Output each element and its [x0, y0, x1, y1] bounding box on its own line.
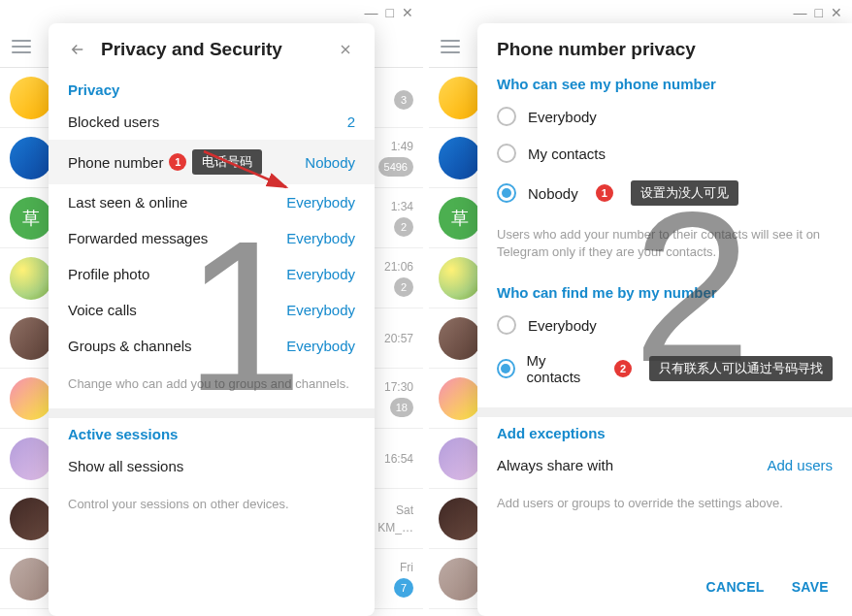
settings-sheet: Privacy and Security Privacy Blocked use… [49, 23, 375, 616]
chat-time: Fri [400, 561, 413, 574]
item-blocked-users[interactable]: Blocked users 2 [49, 104, 375, 140]
radio-icon [497, 107, 516, 126]
save-button[interactable]: SAVE [792, 579, 829, 595]
unread-badge: 5496 [378, 157, 413, 177]
privacy-hint: Change who can add you to groups and cha… [49, 364, 375, 408]
divider [477, 407, 852, 417]
chat-time: 1:49 [391, 140, 413, 153]
section-exceptions: Add exceptions [477, 417, 852, 447]
item-label: Voice calls [68, 302, 137, 318]
radio-icon [497, 315, 516, 335]
see-hint: Users who add your number to their conta… [477, 214, 852, 276]
avatar [439, 438, 481, 480]
radio-label: Everybody [528, 109, 597, 125]
chat-time: 16:54 [384, 452, 413, 466]
item-label: Blocked users [68, 113, 159, 130]
close-window-icon[interactable]: ✕ [831, 5, 842, 20]
window-controls: — □ ✕ [0, 0, 423, 25]
item-show-sessions[interactable]: Show all sessions [49, 448, 375, 484]
minimize-icon[interactable]: — [794, 5, 807, 20]
radio-find-contacts[interactable]: My contacts 2 只有联系人可以通过号码寻找 [477, 343, 852, 394]
unread-badge: 18 [390, 398, 413, 417]
sheet-title: Privacy and Security [101, 39, 322, 60]
unread-badge: 2 [394, 277, 413, 297]
item-value: Nobody [305, 154, 355, 171]
unread-badge: 7 [394, 578, 413, 598]
radio-icon [497, 144, 516, 163]
item-label: Groups & channels [68, 338, 192, 354]
avatar [10, 377, 52, 420]
close-window-icon[interactable]: ✕ [402, 5, 413, 20]
item-label: Last seen & online [68, 194, 187, 211]
item-groups-channels[interactable]: Groups & channels Everybody [49, 328, 375, 364]
cancel-button[interactable]: CANCEL [706, 579, 765, 595]
item-forwarded[interactable]: Forwarded messages Everybody [49, 220, 375, 256]
radio-my-contacts[interactable]: My contacts [477, 135, 852, 172]
close-icon[interactable] [336, 40, 355, 59]
annotation-label: 设置为没人可见 [631, 180, 738, 206]
maximize-icon[interactable]: □ [815, 5, 823, 20]
avatar [10, 317, 52, 360]
radio-label: Everybody [528, 317, 597, 334]
item-value: Everybody [286, 230, 355, 246]
chat-time: 17:30 [384, 380, 413, 394]
section-privacy: Privacy [49, 74, 375, 104]
avatar [10, 438, 52, 480]
item-value: Everybody [286, 338, 355, 354]
annotation-label: 只有联系人可以通过号码寻找 [649, 356, 833, 381]
divider [49, 408, 375, 418]
unread-badge: 2 [394, 217, 413, 237]
maximize-icon[interactable]: □ [386, 5, 394, 20]
item-profile-photo[interactable]: Profile photo Everybody [49, 256, 375, 292]
annotation-badge: 1 [169, 153, 186, 171]
avatar [439, 377, 481, 420]
avatar: 草 [439, 197, 481, 240]
chat-time: 21:06 [384, 260, 413, 274]
avatar: 草 [10, 197, 52, 240]
avatar [10, 137, 52, 179]
item-always-share[interactable]: Always share with Add users [477, 447, 852, 483]
item-label: Phone number [68, 154, 163, 171]
avatar [10, 77, 52, 119]
avatar [439, 558, 481, 600]
radio-label: My contacts [528, 146, 606, 162]
radio-find-everybody[interactable]: Everybody [477, 307, 852, 343]
menu-icon[interactable] [441, 40, 460, 53]
avatar [10, 257, 52, 300]
item-voice-calls[interactable]: Voice calls Everybody [49, 292, 375, 328]
annotation-label: 电话号码 [192, 149, 262, 175]
add-users-link[interactable]: Add users [767, 457, 833, 473]
menu-icon[interactable] [12, 40, 31, 53]
item-value: 2 [347, 113, 355, 130]
avatar [10, 558, 52, 600]
item-value: Everybody [286, 194, 355, 211]
annotation-badge: 2 [614, 360, 632, 377]
exceptions-hint: Add users or groups to override the sett… [477, 483, 852, 528]
avatar [439, 317, 481, 360]
avatar [439, 137, 481, 179]
avatar [439, 257, 481, 300]
item-last-seen[interactable]: Last seen & online Everybody [49, 184, 375, 220]
avatar [439, 77, 481, 119]
radio-everybody[interactable]: Everybody [477, 98, 852, 135]
chat-time: Sat [396, 503, 413, 517]
minimize-icon[interactable]: — [365, 5, 378, 20]
sheet-title: Phone number privacy [497, 39, 833, 60]
item-phone-number[interactable]: Phone number 1 电话号码 Nobody [49, 140, 375, 184]
back-icon[interactable] [68, 40, 87, 59]
radio-label: My contacts [527, 352, 598, 385]
avatar [10, 498, 52, 540]
item-label: Profile photo [68, 266, 149, 282]
privacy-detail-sheet: Phone number privacy Who can see my phon… [477, 23, 852, 616]
radio-nobody[interactable]: Nobody 1 设置为没人可见 [477, 172, 852, 214]
radio-icon [497, 183, 516, 203]
unread-badge: 3 [394, 90, 413, 110]
window-controls: — □ ✕ [429, 0, 852, 25]
item-label: Forwarded messages [68, 230, 208, 246]
annotation-badge: 1 [596, 184, 613, 202]
chat-time: 20:57 [384, 332, 413, 345]
section-sessions: Active sessions [49, 418, 375, 448]
item-label: Always share with [497, 457, 613, 473]
question-see-number: Who can see my phone number [477, 68, 852, 98]
item-value: Everybody [286, 266, 355, 282]
